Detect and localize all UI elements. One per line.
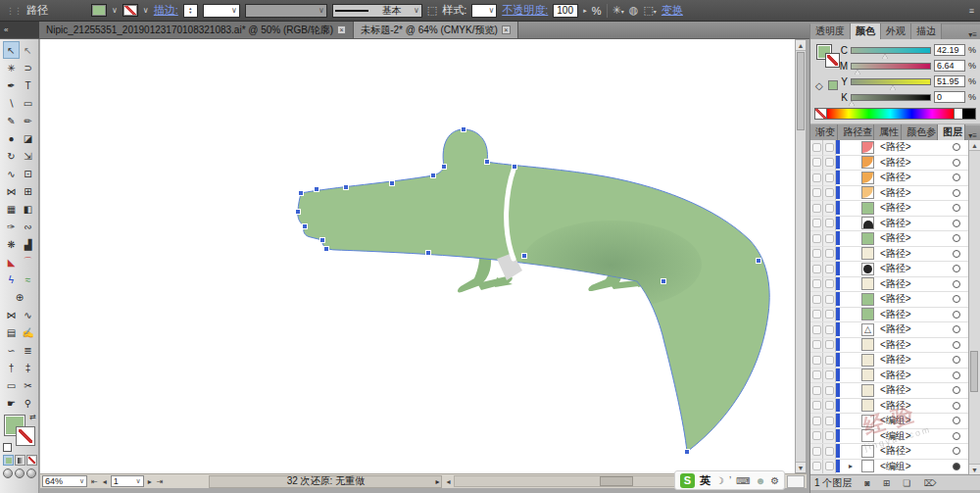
- lock-toggle[interactable]: [823, 460, 836, 474]
- lock-toggle[interactable]: [823, 429, 836, 444]
- path-anchor-point[interactable]: [315, 187, 318, 191]
- target-circle[interactable]: [953, 234, 960, 242]
- tool-shape-builder[interactable]: ⋈: [3, 182, 20, 200]
- tool-perspective-grid[interactable]: ⊞: [20, 182, 36, 200]
- path-anchor-point[interactable]: [757, 259, 760, 263]
- color-spectrum-bar[interactable]: [814, 108, 976, 120]
- lock-toggle[interactable]: [823, 156, 836, 171]
- new-sublayer-icon[interactable]: ⊞: [883, 478, 891, 488]
- layer-row[interactable]: <编组>: [810, 429, 980, 445]
- target-circle[interactable]: [953, 159, 960, 167]
- lock-toggle[interactable]: [823, 171, 836, 185]
- layer-row[interactable]: <路径>: [810, 201, 980, 217]
- lock-toggle[interactable]: [823, 444, 836, 459]
- layer-row[interactable]: <路径>: [810, 231, 980, 247]
- scroll-down-icon[interactable]: ▼: [969, 464, 980, 474]
- visibility-toggle[interactable]: [810, 322, 823, 337]
- path-anchor-point[interactable]: [662, 279, 665, 283]
- layer-row[interactable]: <路径>: [810, 308, 980, 323]
- stroke-link[interactable]: 描边:: [154, 3, 178, 18]
- layer-row[interactable]: <路径>: [810, 277, 980, 293]
- recolor-artwork-icon[interactable]: ✳▾: [612, 4, 624, 17]
- close-icon[interactable]: ×: [502, 25, 511, 34]
- layer-row[interactable]: <路径>: [810, 262, 980, 277]
- path-anchor-point[interactable]: [513, 165, 516, 169]
- layer-row[interactable]: <路径>: [810, 338, 980, 354]
- visibility-toggle[interactable]: [810, 201, 823, 216]
- ime-language-toggle[interactable]: 英: [700, 473, 710, 488]
- channel-value-input[interactable]: 6.64: [934, 60, 965, 72]
- layer-thumbnail[interactable]: [861, 263, 874, 275]
- layer-thumbnail[interactable]: [861, 277, 874, 290]
- hscroll-left-icon[interactable]: ◂: [445, 477, 451, 486]
- visibility-toggle[interactable]: [810, 460, 823, 474]
- draw-normal-button[interactable]: [3, 468, 13, 478]
- stroke-swatch[interactable]: [16, 426, 35, 446]
- layer-name-label[interactable]: <路径>: [880, 338, 911, 352]
- visibility-toggle[interactable]: [810, 231, 823, 246]
- opacity-chevron-icon[interactable]: ▸: [583, 7, 587, 15]
- layer-row[interactable]: △<路径>: [810, 322, 980, 338]
- stroke-weight-dropdown[interactable]: ∨: [203, 4, 240, 18]
- none-mode-button[interactable]: [26, 455, 37, 466]
- channel-slider-Y[interactable]: [851, 78, 931, 85]
- new-layer-icon[interactable]: ❏: [903, 478, 910, 488]
- lock-toggle[interactable]: [823, 414, 836, 428]
- layer-thumbnail[interactable]: [861, 186, 874, 199]
- visibility-toggle[interactable]: [810, 399, 823, 414]
- target-circle[interactable]: [953, 204, 960, 212]
- target-circle[interactable]: [953, 447, 960, 455]
- stroke-chevron-icon[interactable]: ∨: [143, 6, 149, 15]
- tool-artboard[interactable]: ◣: [3, 253, 20, 271]
- tool-lasso[interactable]: ⊃: [20, 59, 36, 76]
- opacity-input[interactable]: 100: [553, 4, 578, 18]
- tool-grid-tool[interactable]: ▤: [3, 323, 20, 341]
- visibility-toggle[interactable]: [810, 292, 823, 307]
- target-circle[interactable]: [953, 189, 960, 197]
- tool-knife[interactable]: ϟ: [3, 271, 20, 288]
- channel-slider-C[interactable]: [851, 47, 931, 54]
- color-mode-button[interactable]: [3, 455, 14, 466]
- scroll-up-icon[interactable]: ▲: [796, 40, 806, 51]
- tools-panel-header[interactable]: «: [0, 22, 39, 38]
- slider-thumb[interactable]: [849, 101, 855, 106]
- draw-inside-button[interactable]: [26, 468, 36, 478]
- visibility-toggle[interactable]: [810, 383, 823, 398]
- lock-toggle[interactable]: [823, 140, 836, 155]
- target-circle[interactable]: [953, 402, 960, 410]
- layer-name-label[interactable]: <路径>: [880, 277, 911, 291]
- layer-row[interactable]: <路径>: [810, 383, 980, 399]
- channel-slider-K[interactable]: [851, 94, 931, 101]
- layers-scrollbar[interactable]: ▲▼: [968, 140, 980, 474]
- layer-name-label[interactable]: <路径>: [880, 308, 911, 321]
- path-anchor-point[interactable]: [390, 181, 394, 185]
- tool-scribble[interactable]: ∽: [3, 341, 20, 359]
- delete-layer-icon[interactable]: ⌦: [923, 478, 936, 488]
- visibility-toggle[interactable]: [810, 156, 823, 171]
- lock-toggle[interactable]: [823, 399, 836, 414]
- layers-scroll-thumb[interactable]: [970, 351, 978, 392]
- lock-toggle[interactable]: [823, 231, 836, 246]
- status-popup-icon[interactable]: ▸: [435, 477, 439, 486]
- path-anchor-point[interactable]: [299, 191, 303, 195]
- layer-row[interactable]: ▸<编组>: [810, 460, 980, 475]
- layer-name-label[interactable]: <路径>: [880, 292, 911, 306]
- layer-row[interactable]: <路径>: [810, 444, 980, 460]
- layer-row[interactable]: <路径>: [810, 292, 980, 308]
- target-circle[interactable]: [953, 173, 960, 181]
- channel-value-input[interactable]: 51.95: [934, 75, 965, 87]
- layer-thumbnail[interactable]: [861, 369, 874, 381]
- tool-type[interactable]: T: [20, 76, 36, 94]
- default-swatches-icon[interactable]: [3, 443, 12, 452]
- layer-name-label[interactable]: <编组>: [880, 460, 911, 473]
- last-page-icon[interactable]: ⇥: [156, 477, 165, 486]
- layer-thumbnail[interactable]: [861, 172, 874, 184]
- layer-name-label[interactable]: <路径>: [880, 444, 911, 458]
- opacity-link[interactable]: 不透明度:: [502, 3, 548, 18]
- tool-free-transform[interactable]: ⊡: [20, 165, 36, 182]
- punctuation-icon[interactable]: ’: [729, 475, 731, 486]
- tool-scale[interactable]: ⇲: [20, 147, 36, 165]
- visibility-toggle[interactable]: [810, 186, 823, 201]
- tool-zoom-tool[interactable]: ⚲: [20, 394, 36, 412]
- layer-thumbnail[interactable]: [861, 202, 874, 215]
